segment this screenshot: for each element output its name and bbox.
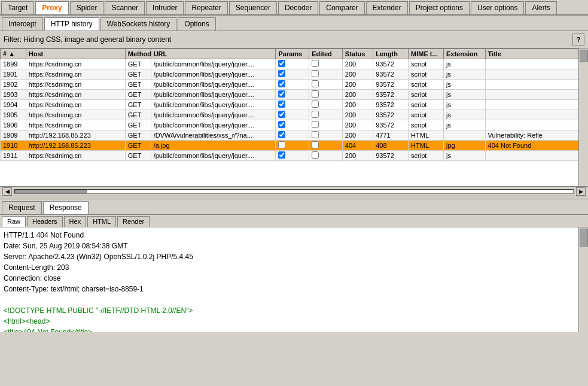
response-vertical-scrollbar[interactable]	[578, 227, 588, 332]
http-history-table: # ▲ Host Method URL Params Edited Status…	[0, 48, 588, 161]
table-row[interactable]: 1899https://csdnimg.cnGET/public/common/…	[1, 59, 588, 69]
filter-bar: Filter: Hiding CSS, image and general bi…	[0, 31, 588, 48]
col-header-ext[interactable]: Extension	[443, 49, 485, 59]
col-header-url[interactable]: URL	[151, 49, 276, 59]
inner-tabs: Raw Headers Hex HTML Render	[0, 215, 588, 227]
tab-user-options[interactable]: User options	[471, 1, 524, 14]
vertical-scrollbar[interactable]	[578, 48, 588, 186]
table-row[interactable]: 1906https://csdnimg.cnGET/public/common/…	[1, 120, 588, 130]
subtab-intercept[interactable]: Intercept	[2, 17, 43, 31]
horizontal-scrollbar[interactable]: ◀ ▶	[0, 186, 588, 196]
inner-tab-html[interactable]: HTML	[87, 216, 116, 227]
top-nav: Target Proxy Spider Scanner Intruder Rep…	[0, 0, 588, 16]
scroll-track[interactable]	[14, 189, 574, 194]
table-row[interactable]: 1909http://192.168.85.223GET/DVWA/vulner…	[1, 130, 588, 141]
response-content: HTTP/1.1 404 Not Found Date: Sun, 25 Aug…	[0, 227, 588, 332]
tab-extender[interactable]: Extender	[366, 1, 408, 14]
tab-project-options[interactable]: Project options	[409, 1, 470, 14]
scroll-right-button[interactable]: ▶	[576, 187, 586, 196]
table-row[interactable]: 1905https://csdnimg.cnGET/public/common/…	[1, 110, 588, 120]
http-history-table-container: # ▲ Host Method URL Params Edited Status…	[0, 48, 588, 186]
col-header-length[interactable]: Length	[373, 49, 409, 59]
tab-request[interactable]: Request	[2, 201, 42, 214]
filter-text: Filter: Hiding CSS, image and general bi…	[4, 35, 572, 44]
tab-sequencer[interactable]: Sequencer	[229, 1, 277, 14]
tab-alerts[interactable]: Alerts	[525, 1, 557, 14]
table-row[interactable]: 1910http://192.168.85.223GET/a.jpg404408…	[1, 141, 588, 151]
table-row[interactable]: 1901https://csdnimg.cnGET/public/common/…	[1, 69, 588, 80]
tab-proxy[interactable]: Proxy	[35, 1, 68, 14]
table-header-row: # ▲ Host Method URL Params Edited Status…	[1, 49, 588, 59]
filter-help-button[interactable]: ?	[572, 34, 584, 45]
subtab-http-history[interactable]: HTTP history	[44, 17, 99, 31]
col-header-method[interactable]: Method	[125, 49, 151, 59]
inner-tab-headers[interactable]: Headers	[27, 216, 63, 227]
tab-spider[interactable]: Spider	[70, 1, 104, 14]
table-row[interactable]: 1911https://csdnimg.cnGET/public/common/…	[1, 151, 588, 161]
response-text-body: HTTP/1.1 404 Not Found Date: Sun, 25 Aug…	[4, 230, 584, 332]
tab-comparer[interactable]: Comparer	[319, 1, 364, 14]
table-row[interactable]: 1904https://csdnimg.cnGET/public/common/…	[1, 100, 588, 110]
table-body: 1899https://csdnimg.cnGET/public/common/…	[1, 59, 588, 161]
sub-nav: Intercept HTTP history WebSockets histor…	[0, 16, 588, 31]
scroll-left-button[interactable]: ◀	[2, 187, 12, 196]
tab-target[interactable]: Target	[1, 1, 34, 14]
col-header-host[interactable]: Host	[26, 49, 125, 59]
col-header-edited[interactable]: Edited	[309, 49, 343, 59]
tab-response[interactable]: Response	[43, 201, 89, 214]
req-res-tabs: Request Response	[0, 199, 588, 215]
subtab-websockets-history[interactable]: WebSockets history	[100, 17, 177, 31]
table-row[interactable]: 1902https://csdnimg.cnGET/public/common/…	[1, 80, 588, 90]
subtab-options[interactable]: Options	[178, 17, 215, 31]
tab-decoder[interactable]: Decoder	[278, 1, 318, 14]
inner-tab-hex[interactable]: Hex	[64, 216, 87, 227]
tab-intruder[interactable]: Intruder	[146, 1, 184, 14]
col-header-status[interactable]: Status	[342, 49, 373, 59]
inner-tab-raw[interactable]: Raw	[2, 216, 26, 227]
tab-scanner[interactable]: Scanner	[105, 1, 145, 14]
col-header-mime[interactable]: MIME t...	[409, 49, 444, 59]
col-header-title[interactable]: Title	[485, 49, 587, 59]
inner-tab-render[interactable]: Render	[117, 216, 150, 227]
table-row[interactable]: 1903https://csdnimg.cnGET/public/common/…	[1, 90, 588, 100]
col-header-params[interactable]: Params	[276, 49, 309, 59]
col-header-num[interactable]: # ▲	[1, 49, 26, 59]
tab-repeater[interactable]: Repeater	[185, 1, 227, 14]
